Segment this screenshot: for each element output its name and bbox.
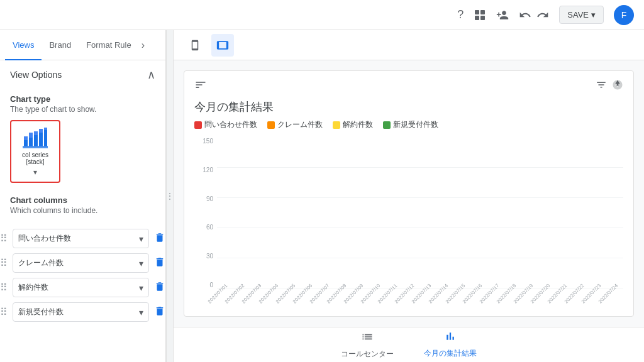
y-axis-label: 90	[194, 195, 217, 202]
legend-item: 問い合わせ件数	[194, 119, 257, 130]
legend-label: クレーム件数	[277, 119, 323, 130]
save-label: SAVE	[567, 10, 589, 19]
resize-handle[interactable]: ⋮	[166, 30, 174, 362]
chart-columns-subtitle: Which columns to include.	[10, 206, 155, 215]
main-layout: Views Brand Format Rule › View Options ∧…	[0, 30, 644, 362]
column-select[interactable]: 新規受付件数 ▾	[13, 302, 149, 322]
chart-columns-section: Chart columns Which columns to include.	[0, 188, 165, 229]
redo-button[interactable]	[536, 9, 549, 21]
y-axis-label: 60	[194, 224, 217, 231]
column-label: 解約件数	[18, 282, 48, 293]
help-icon[interactable]: ?	[457, 8, 464, 21]
sidebar: Views Brand Format Rule › View Options ∧…	[0, 30, 166, 362]
header: ? SAVE ▾ F	[0, 0, 644, 30]
device-toolbar	[174, 30, 644, 60]
tablet-device-button[interactable]	[211, 34, 234, 57]
chart-columns-title: Chart columns	[10, 195, 155, 205]
save-button[interactable]: SAVE ▾	[559, 6, 604, 24]
tab-views[interactable]: Views	[5, 30, 42, 60]
drag-handle-icon[interactable]: ⠿	[0, 282, 8, 293]
chart-legend: 問い合わせ件数 クレーム件数 解約件数 新規受付件数	[194, 119, 623, 130]
chart-type-label: col series [stack]	[16, 151, 54, 165]
legend-color	[333, 121, 340, 129]
column-rows: ⠿ 問い合わせ件数 ▾ ⠿ クレーム件数 ▾ ⠿ 解約件数 ▾	[0, 229, 165, 327]
add-user-icon[interactable]	[496, 9, 509, 21]
grid-line	[217, 228, 623, 228]
column-row: ⠿ 問い合わせ件数 ▾	[0, 229, 165, 248]
bottom-tab-今月の集計結果[interactable]: 今月の集計結果	[409, 325, 492, 363]
legend-color	[383, 121, 391, 129]
view-options-header[interactable]: View Options ∧	[0, 60, 165, 89]
resize-dots-icon: ⋮	[165, 191, 174, 201]
svg-rect-6	[29, 138, 33, 146]
svg-rect-11	[39, 129, 43, 133]
legend-color	[194, 121, 202, 129]
chart-area: 今月の集計結果 問い合わせ件数 クレーム件数 解約件数 新規受付件数 15012…	[184, 70, 634, 317]
delete-column-button[interactable]	[154, 305, 165, 319]
column-dropdown-arrow: ▾	[139, 258, 143, 268]
tab-brand[interactable]: Brand	[42, 30, 79, 60]
svg-rect-10	[39, 133, 43, 146]
grid-line	[217, 197, 623, 198]
bottom-tab-icon	[444, 330, 457, 346]
column-label: 問い合わせ件数	[18, 233, 71, 244]
bottom-tab-label: コールセンター	[341, 349, 394, 359]
mobile-device-button[interactable]	[184, 34, 206, 57]
undo-button[interactable]	[519, 9, 531, 21]
sidebar-tabs: Views Brand Format Rule ›	[0, 30, 165, 60]
svg-rect-1	[480, 10, 485, 14]
svg-rect-0	[475, 10, 479, 14]
avatar[interactable]: F	[614, 5, 634, 25]
chart-type-dropdown-arrow: ▾	[33, 168, 37, 177]
y-axis-label: 0	[194, 282, 217, 288]
chart-type-selector[interactable]: col series [stack] ▾	[10, 120, 60, 183]
chart-actions	[596, 79, 623, 94]
more-icon[interactable]	[612, 79, 623, 94]
y-axis: 1501209060300	[194, 138, 217, 288]
delete-column-button[interactable]	[154, 232, 165, 246]
drag-handle-icon[interactable]: ⠿	[0, 306, 8, 318]
column-row: ⠿ 新規受付件数 ▾	[0, 302, 165, 322]
content-area: 今月の集計結果 問い合わせ件数 クレーム件数 解約件数 新規受付件数 15012…	[174, 30, 644, 362]
column-row: ⠿ クレーム件数 ▾	[0, 253, 165, 273]
legend-color	[267, 121, 275, 129]
chart-type-subtitle: The type of chart to show.	[10, 105, 155, 114]
column-select[interactable]: 問い合わせ件数 ▾	[13, 229, 149, 248]
column-select[interactable]: クレーム件数 ▾	[13, 253, 149, 273]
drag-handle-icon[interactable]: ⠿	[0, 233, 8, 244]
column-dropdown-arrow: ▾	[139, 307, 143, 317]
svg-rect-12	[44, 130, 47, 146]
tab-format-rule[interactable]: Format Rule	[79, 30, 139, 60]
col-series-stack-icon	[23, 126, 48, 149]
bottom-tab-コールセンター[interactable]: コールセンター	[326, 326, 409, 363]
grid-line	[217, 258, 623, 258]
grid-icon[interactable]	[474, 9, 486, 21]
svg-rect-13	[44, 128, 47, 130]
drag-handle-icon[interactable]: ⠿	[0, 257, 8, 269]
delete-column-button[interactable]	[154, 256, 165, 270]
legend-item: クレーム件数	[267, 119, 323, 130]
delete-column-button[interactable]	[154, 281, 165, 295]
y-axis-label: 120	[194, 167, 217, 173]
legend-item: 解約件数	[333, 119, 373, 130]
chart-toolbar	[194, 79, 623, 94]
tabs-more-arrow[interactable]: ›	[139, 40, 147, 51]
save-dropdown-arrow[interactable]: ▾	[591, 10, 596, 19]
legend-item: 新規受付件数	[383, 119, 438, 130]
svg-rect-5	[24, 136, 28, 140]
column-dropdown-arrow: ▾	[139, 234, 143, 244]
svg-rect-4	[24, 140, 28, 146]
legend-label: 問い合わせ件数	[204, 119, 257, 130]
column-label: 新規受付件数	[18, 307, 64, 317]
legend-label: 新規受付件数	[393, 119, 438, 130]
bottom-tab-label: 今月の集計結果	[424, 348, 477, 359]
sort-icon[interactable]	[194, 79, 207, 94]
svg-rect-8	[34, 135, 38, 146]
column-label: クレーム件数	[18, 258, 64, 268]
y-axis-label: 30	[194, 253, 217, 260]
grid-lines	[217, 138, 623, 288]
chart-type-title: Chart type	[10, 94, 155, 104]
filter-icon[interactable]	[596, 79, 607, 94]
view-options-chevron-icon: ∧	[147, 68, 155, 82]
column-select[interactable]: 解約件数 ▾	[13, 278, 149, 297]
